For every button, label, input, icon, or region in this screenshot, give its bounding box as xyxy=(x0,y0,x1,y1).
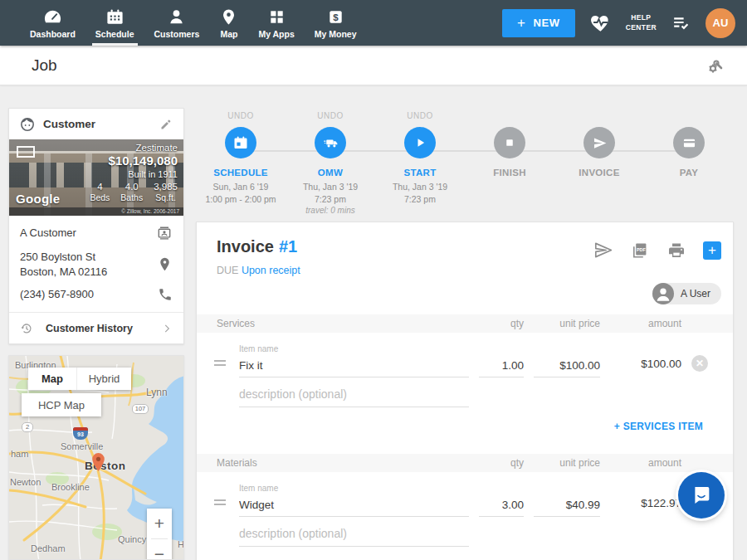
service-description-row xyxy=(197,384,733,407)
due-label: DUE xyxy=(217,265,238,276)
top-nav: Dashboard Schedule Customers Map My Apps… xyxy=(0,0,747,46)
chat-bubble-button[interactable] xyxy=(678,472,725,519)
zoom-in-button[interactable]: + xyxy=(147,509,172,538)
item-name-label: Item name xyxy=(239,484,469,493)
amount-column-header: amount xyxy=(610,318,681,329)
customer-address: 250 Boylston St Boston, MA 02116 xyxy=(20,250,157,279)
service-unit-price-input[interactable] xyxy=(534,356,600,377)
nav-right-cluster: + NEW HELP CENTER AU xyxy=(502,8,747,38)
service-description-input[interactable] xyxy=(239,384,469,407)
undo-omw-link[interactable]: UNDO xyxy=(286,111,375,121)
phone-icon[interactable] xyxy=(158,287,173,302)
location-pin-icon[interactable] xyxy=(157,256,173,272)
undo-spacer xyxy=(644,111,734,121)
drag-handle-icon[interactable] xyxy=(210,499,229,517)
material-name-input[interactable] xyxy=(239,495,469,517)
baths-label: Baths xyxy=(120,192,143,202)
remove-service-item-button[interactable]: ✕ xyxy=(691,355,708,372)
zoom-out-button[interactable]: − xyxy=(147,539,172,560)
user-avatar[interactable]: AU xyxy=(706,8,735,38)
heart-pulse-icon[interactable] xyxy=(589,12,612,34)
assignee-chip[interactable]: A User xyxy=(652,283,721,304)
svg-text:$: $ xyxy=(333,12,339,22)
map-type-map-button[interactable]: Map xyxy=(28,368,76,390)
step-schedule: UNDO SCHEDULE Sun, Jan 6 '19 1:00 pm - 2… xyxy=(196,111,286,215)
hcp-map-button[interactable]: HCP Map xyxy=(22,393,101,416)
pdf-icon[interactable]: PDF xyxy=(630,241,650,261)
print-icon[interactable] xyxy=(666,241,686,261)
calendar-event-icon xyxy=(232,134,249,151)
omw-step-button[interactable] xyxy=(315,127,346,158)
material-qty-input[interactable] xyxy=(479,495,524,517)
undo-schedule-link[interactable]: UNDO xyxy=(196,111,286,121)
invoice-due-row: DUE Upon receipt xyxy=(217,265,721,276)
customer-phone: (234) 567-8900 xyxy=(20,287,158,302)
service-qty-input[interactable] xyxy=(479,356,524,377)
job-tools-icon[interactable] xyxy=(706,56,725,75)
map-label-newton: Newton xyxy=(10,477,41,487)
send-invoice-icon[interactable] xyxy=(593,240,613,261)
material-description-input[interactable] xyxy=(239,523,469,547)
chevron-right-icon xyxy=(161,323,173,334)
step-start-date: Thu, Jan 3 '19 7:23 pm xyxy=(375,181,465,205)
beds-label: Beds xyxy=(90,192,110,202)
invoice-card: Invoice#1 PDF + DUE Upon receipt xyxy=(196,222,734,560)
start-step-button[interactable] xyxy=(404,127,436,158)
service-item-row: Item name $100.00 ✕ xyxy=(197,344,733,377)
send-icon xyxy=(591,134,608,152)
add-invoice-button[interactable]: + xyxy=(703,241,721,260)
schedule-time: 1:00 pm - 2:00 pm xyxy=(196,193,286,206)
step-pay: PAY xyxy=(644,111,734,215)
streetview-frame-icon[interactable] xyxy=(17,146,35,158)
step-omw-date: Thu, Jan 3 '19 7:23 pm xyxy=(286,181,375,205)
schedule-step-button[interactable] xyxy=(225,127,256,158)
property-photo: Zestimate $10,149,080 Built in 1911 4Bed… xyxy=(9,139,183,216)
customer-history-label: Customer History xyxy=(46,323,161,334)
map-type-buttons: Map Hybrid xyxy=(28,368,131,390)
nav-dashboard[interactable]: Dashboard xyxy=(20,0,85,46)
invoice-title-text: Invoice xyxy=(217,237,274,256)
play-icon xyxy=(412,134,428,151)
step-invoice: INVOICE xyxy=(554,111,644,215)
checklist-icon[interactable] xyxy=(671,12,691,33)
property-stats: 4Beds 4.0Baths 3,985Sq.ft. xyxy=(90,182,178,202)
nav-customers[interactable]: Customers xyxy=(144,0,210,46)
material-unit-price-input[interactable] xyxy=(534,495,600,517)
nav-schedule[interactable]: Schedule xyxy=(85,0,144,46)
nav-map[interactable]: Map xyxy=(209,0,248,46)
map-pin-icon xyxy=(219,7,238,27)
help-center-link[interactable]: HELP CENTER xyxy=(626,13,657,32)
customer-history-row[interactable]: Customer History xyxy=(9,313,183,343)
invoice-actions: PDF + xyxy=(593,237,721,261)
assignee-name: A User xyxy=(681,288,710,299)
nav-my-apps[interactable]: My Apps xyxy=(248,0,304,46)
add-services-item-link[interactable]: + SERVICES ITEM xyxy=(614,421,703,432)
service-name-input[interactable] xyxy=(239,356,469,377)
map-label-hi: Hi xyxy=(178,539,184,549)
contact-card-icon[interactable] xyxy=(156,225,173,241)
map-type-hybrid-button[interactable]: Hybrid xyxy=(76,368,131,390)
credit-card-icon xyxy=(681,134,698,152)
step-finish: FINISH xyxy=(465,111,554,215)
material-amount: $122.97 xyxy=(610,497,681,517)
history-clock-icon xyxy=(20,322,33,335)
undo-start-link[interactable]: UNDO xyxy=(375,111,465,121)
built-year: Built in 1911 xyxy=(90,169,178,179)
edit-pencil-icon[interactable] xyxy=(159,117,173,131)
nav-my-money[interactable]: $ My Money xyxy=(305,0,367,46)
invoice-step-button[interactable] xyxy=(583,127,615,158)
material-item-row: Item name $122.97 xyxy=(197,484,733,517)
drag-handle-icon[interactable] xyxy=(210,360,229,377)
due-value-link[interactable]: Upon receipt xyxy=(242,265,300,276)
new-button[interactable]: + NEW xyxy=(502,9,575,37)
map-label-waltham: ham xyxy=(11,449,28,459)
step-start: UNDO START Thu, Jan 3 '19 7:23 pm xyxy=(375,111,465,215)
undo-spacer xyxy=(465,111,554,121)
finish-step-button[interactable] xyxy=(494,127,525,158)
invoice-number: #1 xyxy=(279,237,297,256)
pay-step-button[interactable] xyxy=(673,127,705,158)
map-widget[interactable]: Burlington Lynn Somerville Boston ham Ne… xyxy=(8,355,184,560)
item-name-label: Item name xyxy=(239,344,469,353)
nav-schedule-label: Schedule xyxy=(95,29,134,39)
beds-value: 4 xyxy=(90,182,110,192)
